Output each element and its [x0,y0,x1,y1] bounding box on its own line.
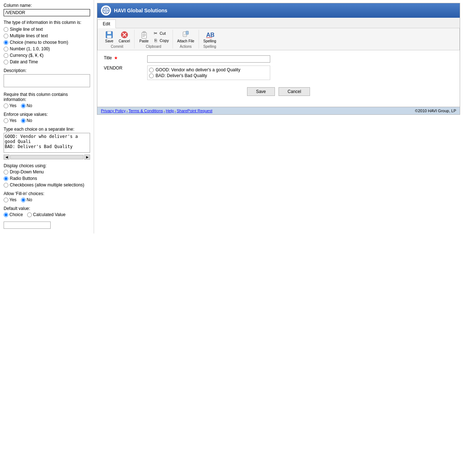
column-name-label: Column name: [4,3,90,8]
vendor-option-bad: BAD: Deliver's Bad Quality [149,73,268,78]
display-radio-label[interactable]: Radio Buttons [4,176,90,181]
form-cancel-button[interactable]: Cancel [279,87,310,96]
svg-rect-6 [107,35,111,38]
type-single-radio[interactable] [4,27,8,32]
scroll-right-btn[interactable]: ▶ [84,155,90,160]
title-row: Title ★ [102,54,455,64]
fillin-no-radio[interactable] [21,198,26,202]
copy-icon: ⎘ [153,38,158,43]
ribbon-commit-group: Save Cancel Commit [100,30,135,49]
choices-textarea[interactable]: GOOD: Vendor who deliver's a good Quali … [4,133,90,153]
svg-rect-13 [143,35,146,36]
default-calc-radio[interactable] [27,212,32,217]
cut-ribbon-label: Cut [160,31,166,35]
require-yes-label[interactable]: Yes [4,103,17,108]
svg-rect-11 [143,31,145,33]
column-name-input[interactable] [4,9,90,16]
display-radio-radio[interactable] [4,176,8,181]
type-number-radio[interactable] [4,47,8,51]
title-input[interactable] [147,55,270,63]
enforce-yes-label[interactable]: Yes [4,118,17,123]
footer-help-link[interactable]: Help [163,109,174,113]
save-ribbon-label: Save [105,39,114,43]
vendor-label-cell: VENDOR [102,64,145,81]
svg-rect-14 [143,36,145,37]
type-multi: Multiple lines of text [4,33,90,38]
display-checkbox-radio[interactable] [4,183,8,188]
description-label: Description: [4,68,90,73]
svg-rect-12 [143,34,146,35]
enforce-no-radio[interactable] [21,118,26,123]
save-ribbon-button[interactable]: Save [103,30,116,44]
form-save-button[interactable]: Save [247,87,275,96]
enforce-yes-radio[interactable] [4,118,8,123]
spelling-icon: ABC [205,30,214,39]
type-choice-radio[interactable] [4,40,8,45]
copy-ribbon-label: Copy [160,38,169,43]
type-multi-radio[interactable] [4,34,8,38]
footer-terms-link[interactable]: Terms & Conditions [126,109,163,113]
description-textarea[interactable] [4,74,90,87]
footer-copyright: ©2010 HAVI Group, LP [415,109,456,113]
vendor-good-label: GOOD: Vendor who deliver's a good Qualit… [156,67,240,72]
paste-ribbon-button[interactable]: Paste [137,30,150,44]
tab-edit[interactable]: Edit [97,20,116,28]
commit-group-label: Commit [111,45,123,49]
ribbon-actions-group: Attach File Actions [173,30,199,49]
fillin-yes-label[interactable]: Yes [4,197,17,202]
cut-copy-group: ✂ Cut ⎘ Copy [152,30,170,44]
type-number-label: Number (1, 1.0, 100) [10,46,50,51]
ribbon-spelling-group: ABC Spelling Spelling [199,30,221,49]
default-label: Default value: [4,206,90,211]
display-dropdown-radio[interactable] [4,170,8,174]
type-date-label: Date and Time [10,59,38,64]
content-area: Title ★ VENDOR GOOD: Vendor who deliver'… [97,50,460,100]
enforce-no-label[interactable]: No [21,118,32,123]
fillin-no-label[interactable]: No [21,197,32,202]
fillin-yes-radio[interactable] [4,198,8,202]
type-currency-radio[interactable] [4,53,8,58]
display-dropdown-label[interactable]: Drop-Down Menu [4,169,90,174]
type-currency: Currency ($, ¥, €) [4,53,90,58]
footer-sharepoint-link[interactable]: SharePoint Request [174,109,212,113]
vendor-bad-radio[interactable] [149,73,154,78]
default-choice-label[interactable]: Choice [4,212,23,217]
default-choice-radio[interactable] [4,212,8,217]
ribbon-tabs: Edit [97,18,460,28]
attach-file-ribbon-button[interactable]: Attach File [176,30,196,44]
title-label-cell: Title ★ [102,54,145,64]
paste-ribbon-label: Paste [139,39,149,43]
title-input-cell [145,54,455,64]
type-date: Date and Time [4,59,90,64]
form-table: Title ★ VENDOR GOOD: Vendor who deliver'… [102,54,455,81]
type-choice: Choice (menu to choose from) [4,40,90,45]
default-value-input[interactable] [4,222,51,229]
svg-rect-16 [186,31,188,34]
require-no-radio[interactable] [21,104,26,108]
footer-links: Privacy Policy Terms & Conditions Help S… [101,109,212,113]
display-label: Display choices using: [4,163,90,168]
havi-header: HAVI Global Solutions [97,3,460,18]
copy-ribbon-button[interactable]: ⎘ Copy [152,37,170,44]
type-date-radio[interactable] [4,60,8,64]
paste-icon [140,30,148,39]
vendor-row: VENDOR GOOD: Vendor who deliver's a good… [102,64,455,81]
clipboard-group-label: Clipboard [146,45,161,49]
footer-privacy-link[interactable]: Privacy Policy [101,109,126,113]
cancel-ribbon-button[interactable]: Cancel [117,30,131,44]
action-row: Save Cancel [102,87,455,96]
display-checkbox-label[interactable]: Checkboxes (allow multiple selections) [4,182,90,188]
vendor-options-cell: GOOD: Vendor who deliver's a good Qualit… [145,64,455,81]
spelling-ribbon-button[interactable]: ABC Spelling [202,30,218,44]
vendor-options-list: GOOD: Vendor who deliver's a good Qualit… [147,66,270,80]
cut-ribbon-button[interactable]: ✂ Cut [152,30,170,37]
require-label: Require that this column contains inform… [4,92,90,102]
require-no-label[interactable]: No [21,103,32,108]
spelling-group-label: Spelling [203,45,216,49]
require-yes-radio[interactable] [4,104,8,108]
scroll-left-btn[interactable]: ◀ [4,155,9,160]
type-multi-label: Multiple lines of text [10,33,48,38]
svg-text:ABC: ABC [206,32,214,38]
default-calc-label[interactable]: Calculated Value [27,212,65,217]
vendor-good-radio[interactable] [149,68,154,72]
